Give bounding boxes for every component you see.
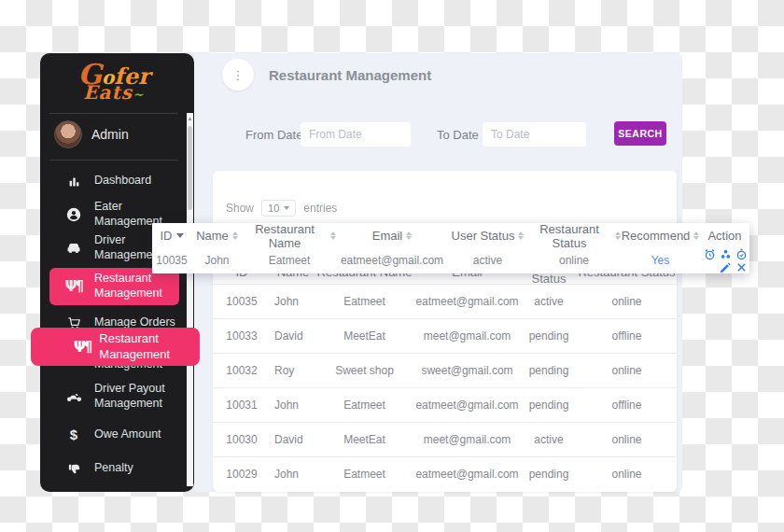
cell-email: sweet@gmail.com: [413, 364, 521, 377]
page-size-select[interactable]: 10: [261, 200, 296, 217]
column-header-restaurant-status[interactable]: Restaurant Status: [527, 222, 621, 250]
column-header-recommend[interactable]: Recommend: [621, 229, 700, 243]
cell-id: 10029: [213, 468, 271, 481]
fork-knife-icon: Ψ¶: [64, 278, 83, 296]
cell-id: 10031: [213, 399, 271, 412]
cell-restaurant-status: online: [577, 364, 677, 377]
from-date-label: From Date: [245, 128, 302, 142]
cell-name: John: [191, 254, 243, 267]
cell-name: John: [271, 399, 315, 412]
chevron-down-icon: [284, 206, 289, 210]
fork-knife-icon: Ψ¶: [74, 339, 91, 356]
show-entries-control: Show 10 entries: [226, 199, 337, 217]
admin-name: Admin: [91, 127, 129, 142]
action-icons-cell: [700, 248, 749, 273]
cell-name: John: [271, 468, 315, 481]
cell-restaurant: Eatmeet: [315, 399, 413, 412]
cell-email: meet@gmail.com: [413, 433, 521, 446]
cell-user-status: pending: [521, 468, 577, 481]
sidebar-item-penalty[interactable]: Penalty: [40, 455, 188, 483]
cell-email: eatmeet@gmail.com: [413, 295, 521, 308]
page-size-value: 10: [268, 203, 279, 214]
cell-name: David: [271, 329, 315, 343]
table-row: 10030DavidMeetEatmeet@gmail.comactiveonl…: [213, 422, 677, 456]
sidebar-item-dashboard[interactable]: Dashboard: [40, 167, 188, 195]
sidebar-scrollbar[interactable]: ▲: [187, 113, 193, 486]
sort-desc-icon: [176, 233, 184, 238]
close-icon[interactable]: [735, 261, 748, 273]
kebab-menu-button[interactable]: ⋮: [222, 59, 254, 91]
sort-icon: [232, 231, 238, 240]
cell-user-status: pending: [521, 329, 577, 343]
search-button[interactable]: SEARCH: [614, 121, 666, 146]
admin-profile[interactable]: Admin: [40, 120, 188, 154]
sort-icon: [693, 231, 699, 240]
table-body: 10035JohnEatmeeteatmeet@gmail.comactiveo…: [213, 284, 677, 491]
sidebar-item-label: Driver Payout Management: [94, 382, 180, 411]
divider: [49, 113, 178, 114]
sidebar-item-owe-amount[interactable]: $ Owe Amount: [40, 421, 188, 449]
column-header-restaurant-name[interactable]: Restaurant Name: [243, 222, 336, 250]
floating-data-row: 10035 John Eatmeet eatmeet@gmail.com act…: [152, 248, 749, 273]
recommend-link[interactable]: Yes: [621, 254, 700, 267]
table-row: 10031JohnEatmeeteatmeet@gmail.compending…: [213, 387, 677, 422]
divider: [49, 160, 178, 161]
cell-restaurant-status: online: [577, 468, 677, 481]
cell-restaurant: Eatmeet: [243, 254, 336, 267]
cell-restaurant: Eatmeet: [315, 468, 413, 481]
cell-user-status: active: [521, 433, 577, 446]
motorcycle-icon: [64, 391, 83, 402]
cell-email: meet@gmail.com: [413, 329, 521, 343]
gofer-eats-logo: Gofer Eats~: [40, 61, 188, 113]
cell-id: 10035: [152, 254, 191, 267]
sidebar-item-driver-payout-management[interactable]: Driver Payout Management: [40, 380, 188, 413]
logo-line2: Eats~: [40, 83, 188, 102]
cell-restaurant-status: online: [577, 295, 677, 308]
scroll-up-icon[interactable]: ▲: [187, 114, 193, 123]
table-row: 10029JohnEatmeeteatmeet@gmail.compending…: [213, 456, 677, 491]
show-label: Show: [226, 202, 254, 215]
drag-ghost-restaurant-management[interactable]: Ψ¶ Restaurant Management: [31, 328, 200, 366]
floating-header-row: ID Name Restaurant Name Email User Statu…: [152, 223, 749, 248]
bar-chart-icon: [64, 175, 83, 188]
cell-restaurant-status: offline: [577, 399, 677, 412]
sort-icon: [406, 231, 412, 240]
cell-restaurant: MeetEat: [315, 433, 413, 446]
sidebar-item-restaurant-management[interactable]: Ψ¶ Restaurant Management: [49, 268, 179, 305]
cell-restaurant: MeetEat: [315, 329, 413, 343]
stopwatch-icon[interactable]: [735, 248, 748, 260]
alarm-icon[interactable]: [704, 248, 716, 260]
table-row: 10033DavidMeetEatmeet@gmail.compendingof…: [213, 318, 677, 353]
table-row: 10035JohnEatmeeteatmeet@gmail.comactiveo…: [213, 284, 677, 318]
cell-email: eatmeet@gmail.com: [413, 468, 521, 481]
column-header-id[interactable]: ID: [152, 229, 191, 243]
floating-drag-row[interactable]: ID Name Restaurant Name Email User Statu…: [152, 223, 749, 273]
avatar: [54, 120, 82, 148]
column-header-name[interactable]: Name: [191, 229, 243, 243]
cell-name: David: [271, 433, 315, 446]
cell-user-status: pending: [521, 399, 577, 412]
scrollbar-thumb[interactable]: [188, 126, 192, 210]
logo-swirl-icon: ~: [133, 87, 145, 102]
cell-name: Roy: [271, 364, 315, 377]
edit-icon[interactable]: [720, 261, 732, 273]
cell-restaurant-status: offline: [577, 329, 677, 343]
from-date-input[interactable]: [301, 122, 411, 147]
person-icon: [64, 207, 83, 222]
column-header-action: Action: [700, 229, 749, 243]
cell-id: 10035: [213, 295, 271, 308]
column-header-user-status[interactable]: User Status: [448, 229, 527, 243]
cell-id: 10030: [213, 433, 271, 446]
cell-id: 10032: [213, 364, 271, 377]
entries-label: entries: [303, 202, 337, 215]
to-date-label: To Date: [437, 128, 479, 142]
sidebar-item-label: Dashboard: [94, 174, 180, 189]
cell-user-status: active: [521, 295, 577, 308]
group-icon[interactable]: [720, 248, 732, 260]
drag-ghost-label: Restaurant Management: [99, 331, 200, 362]
column-header-email[interactable]: Email: [336, 229, 448, 243]
cell-restaurant: Eatmeet: [315, 295, 413, 308]
cell-restaurant: Sweet shop: [315, 364, 413, 377]
cell-user-status: pending: [521, 364, 577, 377]
to-date-input[interactable]: [483, 122, 586, 147]
